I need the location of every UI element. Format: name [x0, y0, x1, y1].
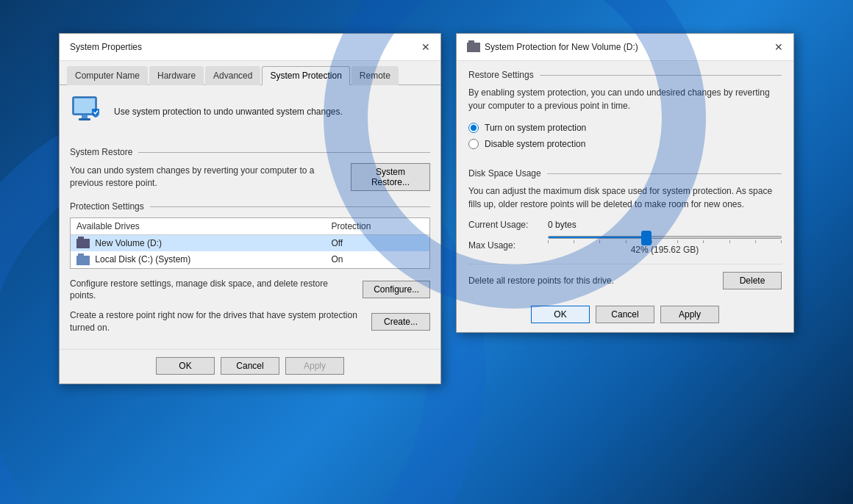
system-restore-description: You can undo system changes by reverting… — [70, 165, 343, 190]
info-section: Use system protection to undo unwanted s… — [70, 94, 430, 137]
create-row: Create a restore point right now for the… — [70, 309, 430, 334]
vol-footer: OK Cancel Apply — [457, 298, 793, 332]
drive-row-d[interactable]: New Volume (D:) Off — [71, 235, 429, 252]
sys-props-titlebar: System Properties ✕ — [60, 34, 440, 61]
sys-props-title: System Properties — [70, 42, 142, 52]
vol-cancel-button[interactable]: Cancel — [596, 306, 654, 323]
svg-rect-3 — [79, 118, 90, 120]
protection-settings-header: Protection Settings — [70, 201, 430, 212]
disable-option[interactable]: Disable system protection — [468, 139, 782, 149]
sys-props-content: Use system protection to undo unwanted s… — [60, 85, 440, 349]
restore-settings-header: Restore Settings — [468, 70, 782, 80]
svg-rect-2 — [82, 115, 88, 118]
system-restore-line — [138, 152, 430, 153]
drive-row-c[interactable]: Local Disk (C:) (System) On — [71, 251, 429, 267]
disk-usage-label: Disk Space Usage — [468, 168, 541, 179]
vol-title: System Protection for New Volume (D:) — [485, 42, 638, 52]
vol-titlebar: System Protection for New Volume (D:) ✕ — [457, 34, 793, 61]
col-protection: Protection — [325, 218, 429, 235]
tab-remote[interactable]: Remote — [351, 66, 399, 85]
system-protection-icon — [70, 94, 105, 129]
sys-props-ok-button[interactable]: OK — [156, 357, 215, 375]
restore-settings-section: Restore Settings By enabling system prot… — [457, 61, 793, 168]
max-usage-slider-container: 42% (195.62 GB) — [548, 236, 782, 255]
dialogs-container: System Properties ✕ Computer Name Hardwa… — [0, 0, 853, 504]
create-description: Create a restore point right now for the… — [70, 309, 364, 334]
tab-computer-name[interactable]: Computer Name — [67, 66, 148, 85]
vol-close-button[interactable]: ✕ — [771, 40, 786, 54]
tab-system-protection[interactable]: System Protection — [262, 66, 349, 85]
system-restore-label: System Restore — [70, 147, 132, 157]
restore-settings-label: Restore Settings — [468, 70, 534, 80]
protection-settings-line — [150, 206, 430, 207]
slider-thumb[interactable] — [641, 231, 652, 245]
turn-on-radio[interactable] — [468, 123, 479, 133]
disk-usage-line — [547, 173, 782, 174]
drive-d-protection: Off — [325, 235, 429, 252]
max-usage-label: Max Usage: — [468, 240, 542, 251]
restore-settings-description: By enabling system protection, you can u… — [468, 86, 782, 112]
disable-radio[interactable] — [468, 139, 479, 149]
configure-row: Configure restore settings, manage disk … — [70, 278, 430, 303]
max-usage-row: Max Usage: — [468, 236, 782, 255]
vol-titlebar-left: System Protection for New Volume (D:) — [467, 42, 638, 52]
col-drives: Available Drives — [71, 218, 325, 235]
slider-ticks — [548, 240, 782, 243]
system-properties-dialog: System Properties ✕ Computer Name Hardwa… — [59, 33, 441, 384]
sys-props-footer: OK Cancel Apply — [60, 349, 440, 384]
disk-usage-description: You can adjust the maximum disk space us… — [468, 184, 782, 211]
system-restore-header: System Restore — [70, 147, 430, 157]
disable-label: Disable system protection — [485, 139, 585, 149]
drive-d-name: New Volume (D:) — [71, 235, 325, 252]
slider-track — [548, 236, 782, 239]
configure-description: Configure restore settings, manage disk … — [70, 278, 355, 303]
delete-button[interactable]: Delete — [723, 272, 782, 289]
protection-settings-label: Protection Settings — [70, 201, 144, 212]
tab-hardware[interactable]: Hardware — [149, 66, 204, 85]
turn-on-option[interactable]: Turn on system protection — [468, 123, 782, 133]
slider-fill — [549, 237, 646, 238]
protection-settings-body: Available Drives Protection New Vo — [70, 217, 430, 269]
system-restore-body: You can undo system changes by reverting… — [70, 163, 430, 191]
tabs-container: Computer Name Hardware Advanced System P… — [60, 61, 440, 85]
restore-options: Turn on system protection Disable system… — [468, 123, 782, 149]
disk-usage-section: Disk Space Usage You can adjust the maxi… — [457, 168, 793, 298]
drives-table: Available Drives Protection New Vo — [70, 217, 430, 269]
configure-button[interactable]: Configure... — [363, 281, 430, 298]
disk-usage-header: Disk Space Usage — [468, 168, 782, 179]
turn-on-label: Turn on system protection — [485, 123, 586, 133]
create-button[interactable]: Create... — [371, 313, 430, 331]
vol-apply-button[interactable]: Apply — [660, 306, 719, 323]
svg-rect-1 — [74, 98, 95, 113]
current-usage-label: Current Usage: — [468, 220, 542, 230]
sys-props-cancel-button[interactable]: Cancel — [221, 357, 279, 375]
sys-props-close-button[interactable]: ✕ — [418, 40, 433, 54]
system-restore-button[interactable]: System Restore... — [351, 163, 430, 191]
restore-settings-line — [540, 75, 782, 76]
delete-text: Delete all restore points for this drive… — [468, 276, 614, 286]
current-usage-row: Current Usage: 0 bytes — [468, 220, 782, 230]
slider-percent-label: 42% (195.62 GB) — [548, 245, 782, 255]
current-usage-value: 0 bytes — [548, 220, 577, 230]
drive-c-protection: On — [325, 251, 429, 267]
info-text: Use system protection to undo unwanted s… — [114, 107, 343, 117]
delete-row: Delete all restore points for this drive… — [468, 264, 782, 289]
sys-props-apply-button[interactable]: Apply — [285, 357, 344, 375]
tab-advanced[interactable]: Advanced — [205, 66, 260, 85]
drive-c-name: Local Disk (C:) (System) — [71, 251, 325, 267]
vol-ok-button[interactable]: OK — [531, 306, 590, 323]
volume-protection-dialog: System Protection for New Volume (D:) ✕ … — [456, 33, 794, 333]
